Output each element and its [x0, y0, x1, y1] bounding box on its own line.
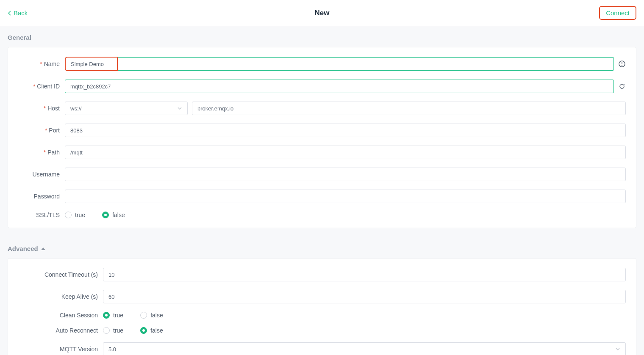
host-input[interactable]	[192, 102, 626, 115]
label-mqtt-version: MQTT Version	[18, 346, 103, 352]
name-input[interactable]	[65, 57, 118, 71]
connect-button[interactable]: Connect	[599, 6, 636, 20]
label-connect-timeout: Connect Timeout (s)	[18, 271, 103, 278]
auto-reconnect-radio-false[interactable]: false	[140, 327, 163, 334]
section-advanced-title[interactable]: Advanced	[8, 245, 636, 252]
back-button[interactable]: Back	[8, 9, 28, 17]
mqtt-version-select[interactable]: 5.0	[103, 342, 626, 355]
clean-session-true-label: true	[113, 312, 123, 319]
refresh-icon[interactable]	[618, 83, 626, 90]
clean-session-radio-false[interactable]: false	[140, 312, 163, 319]
keep-alive-input[interactable]	[103, 290, 626, 303]
label-port: Port	[18, 127, 65, 134]
auto-reconnect-radio-true[interactable]: true	[103, 327, 123, 334]
auto-reconnect-true-label: true	[113, 327, 123, 334]
content-area: General Name Client ID	[0, 26, 644, 355]
clean-session-false-label: false	[150, 312, 163, 319]
radio-dot	[103, 312, 110, 319]
label-username: Username	[18, 171, 65, 178]
name-input-ext[interactable]	[118, 57, 614, 71]
ssl-true-label: true	[75, 212, 85, 218]
label-password: Password	[18, 193, 65, 200]
auto-reconnect-radio-group: true false	[103, 327, 163, 334]
row-mqtt-version: MQTT Version 5.0	[18, 342, 626, 355]
label-client-id: Client ID	[18, 83, 65, 90]
connect-timeout-input[interactable]	[103, 268, 626, 281]
chevron-down-icon	[615, 347, 620, 352]
auto-reconnect-false-label: false	[150, 327, 163, 334]
info-icon[interactable]	[618, 60, 626, 68]
clean-session-radio-true[interactable]: true	[103, 312, 123, 319]
client-id-input[interactable]	[65, 80, 614, 93]
ssl-false-label: false	[112, 212, 125, 218]
mqtt-version-value: 5.0	[108, 346, 116, 352]
radio-dot	[140, 312, 147, 319]
protocol-select[interactable]: ws://	[65, 102, 188, 115]
radio-dot	[102, 212, 109, 218]
label-auto-reconnect: Auto Reconnect	[18, 327, 103, 334]
ssl-radio-group: true false	[65, 212, 125, 218]
advanced-panel: Connect Timeout (s) Keep Alive (s) Clean…	[8, 258, 636, 355]
row-host: Host ws://	[18, 102, 626, 115]
port-input[interactable]	[65, 124, 626, 137]
back-label: Back	[14, 9, 28, 17]
row-port: Port	[18, 124, 626, 137]
svg-point-2	[622, 65, 622, 66]
chevron-left-icon	[8, 11, 11, 16]
row-keep-alive: Keep Alive (s)	[18, 290, 626, 303]
row-path: Path	[18, 146, 626, 159]
ssl-radio-false[interactable]: false	[102, 212, 125, 218]
label-keep-alive: Keep Alive (s)	[18, 293, 103, 300]
ssl-radio-true[interactable]: true	[65, 212, 85, 218]
advanced-label: Advanced	[8, 245, 38, 252]
label-host: Host	[18, 105, 65, 112]
row-client-id: Client ID	[18, 80, 626, 93]
section-general-title: General	[8, 34, 636, 41]
label-clean-session: Clean Session	[18, 312, 103, 319]
label-name: Name	[18, 61, 65, 67]
chevron-down-icon	[177, 106, 182, 111]
row-clean-session: Clean Session true false	[18, 312, 626, 319]
radio-dot	[140, 327, 147, 334]
general-panel: Name Client ID Host	[8, 47, 636, 228]
page-title: New	[315, 9, 330, 17]
protocol-value: ws://	[70, 105, 82, 112]
row-username: Username	[18, 168, 626, 181]
top-bar: Back New Connect	[0, 0, 644, 26]
row-name: Name	[18, 57, 626, 71]
row-connect-timeout: Connect Timeout (s)	[18, 268, 626, 281]
radio-dot	[65, 212, 72, 218]
username-input[interactable]	[65, 168, 626, 181]
row-ssl: SSL/TLS true false	[18, 212, 626, 218]
clean-session-radio-group: true false	[103, 312, 163, 319]
caret-up-icon	[41, 247, 46, 251]
label-path: Path	[18, 149, 65, 156]
label-ssl: SSL/TLS	[18, 212, 65, 218]
row-password: Password	[18, 190, 626, 203]
path-input[interactable]	[65, 146, 626, 159]
radio-dot	[103, 327, 110, 334]
password-input[interactable]	[65, 190, 626, 203]
row-auto-reconnect: Auto Reconnect true false	[18, 327, 626, 334]
